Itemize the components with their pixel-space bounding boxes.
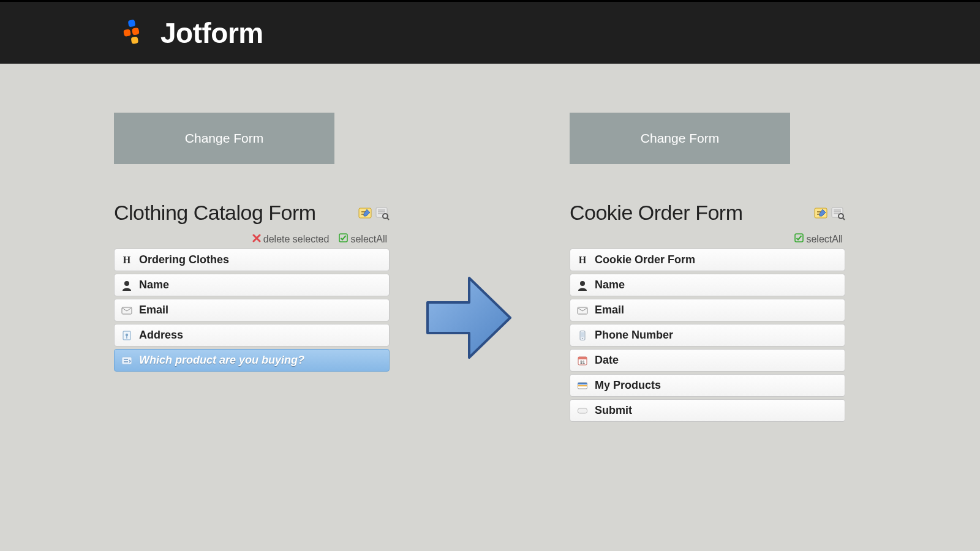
field-row[interactable]: H Ordering Clothes [114,249,390,271]
select-all-label-left: selectAll [350,234,387,245]
target-form-title: Cookie Order Form [570,201,742,225]
check-icon [339,233,348,245]
jotform-logo-icon [120,17,149,49]
field-label: Address [139,329,183,342]
email-icon [121,304,133,317]
source-field-list: H Ordering Clothes Name Email [114,249,390,372]
field-row[interactable]: Phone Number [570,324,845,347]
svg-rect-15 [832,208,843,217]
source-toolbar [358,206,390,220]
select-all-link-right[interactable]: selectAll [794,233,843,245]
select-all-link-left[interactable]: selectAll [339,233,387,245]
person-icon [121,279,133,291]
svg-rect-22 [581,332,584,337]
svg-rect-30 [578,408,587,413]
svg-text:31: 31 [580,360,585,364]
field-label: Phone Number [595,329,673,342]
svg-rect-3 [131,36,139,44]
person-icon [576,279,589,291]
field-label: Name [139,279,169,291]
edit-icon[interactable] [358,206,372,220]
address-icon [121,329,133,342]
submit-button-icon [576,405,589,417]
target-field-list: H Cookie Order Form Name Email [570,249,845,422]
field-label: Email [595,304,624,317]
svg-point-19 [580,281,585,286]
field-label: My Products [595,379,661,392]
email-icon [576,304,589,317]
svg-rect-1 [123,29,131,37]
transfer-arrow-icon [421,269,514,369]
svg-rect-5 [376,208,387,217]
field-row[interactable]: Name [114,274,390,296]
field-label: Which product are you buying? [139,354,304,367]
delete-selected-link[interactable]: delete selected [252,233,330,245]
heading-icon: H [576,254,589,266]
field-row[interactable]: 31 Date [570,349,845,372]
field-row[interactable]: Submit [570,399,845,422]
field-label: Email [139,304,168,317]
heading-icon: H [121,254,133,266]
svg-point-9 [124,281,129,286]
svg-rect-2 [132,27,140,35]
check-icon [794,233,804,245]
brand-name: Jotform [160,17,263,50]
phone-icon [576,329,589,342]
edit-icon[interactable] [813,206,828,220]
field-row[interactable]: My Products [570,374,845,397]
search-form-icon[interactable] [375,206,390,220]
topbar: Jotform [0,0,980,64]
x-icon [252,234,261,245]
field-row[interactable]: Email [570,299,845,321]
svg-rect-28 [578,383,587,384]
select-all-label-right: selectAll [806,234,843,245]
field-row-selected[interactable]: Which product are you buying? [114,349,390,372]
svg-rect-0 [128,19,136,27]
calendar-icon: 31 [576,354,589,367]
field-row[interactable]: Email [114,299,390,321]
field-row[interactable]: Name [570,274,845,296]
change-form-button-right[interactable]: Change Form [570,113,790,164]
target-toolbar [813,206,845,220]
delete-selected-label: delete selected [263,234,330,245]
brand-logo[interactable]: Jotform [120,17,263,50]
field-label: Name [595,279,625,291]
field-label: Cookie Order Form [595,253,695,266]
svg-rect-29 [578,385,587,386]
svg-rect-25 [578,357,587,359]
field-row[interactable]: H Cookie Order Form [570,249,845,271]
products-icon [576,380,589,392]
field-label: Date [595,354,619,367]
svg-point-12 [126,333,128,335]
source-form-title: Clothing Catalog Form [114,201,316,225]
change-form-button-left[interactable]: Change Form [114,113,334,164]
svg-text:H: H [123,255,131,265]
dropdown-icon [121,354,133,367]
field-row[interactable]: Address [114,324,390,347]
field-label: Submit [595,404,632,417]
search-form-icon[interactable] [831,206,845,220]
svg-point-23 [582,338,583,339]
field-label: Ordering Clothes [139,253,229,266]
target-panel: Change Form Cookie Order Form selectAll [570,113,845,422]
svg-text:H: H [579,255,587,265]
source-panel: Change Form Clothing Catalog Form delete… [114,113,390,372]
